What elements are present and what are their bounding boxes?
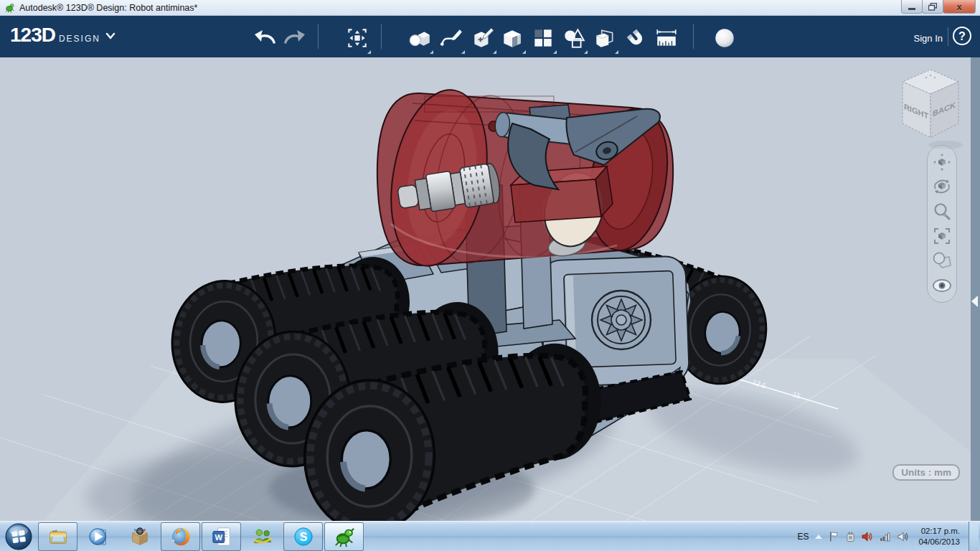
windows-start-icon (4, 522, 33, 551)
toolbar-separator (693, 24, 694, 49)
logo-design: DESIGN (59, 34, 100, 44)
transform-icon (345, 26, 369, 50)
chevron-down-icon (105, 32, 116, 40)
modify-tool[interactable] (496, 22, 528, 55)
pan-icon (933, 153, 951, 171)
taskbar-app-media-player[interactable] (79, 522, 118, 551)
fan-emblem (592, 291, 651, 349)
help-button[interactable]: ? (953, 27, 971, 45)
redo-button[interactable] (278, 22, 310, 55)
box-utility-icon (129, 526, 151, 547)
shading-icon (932, 251, 952, 270)
dropdown-caret (430, 50, 433, 54)
device-icon (845, 531, 856, 542)
primitives-tool[interactable] (404, 22, 435, 55)
ruler-icon (654, 26, 679, 50)
sign-in-button[interactable]: Sign In (914, 33, 943, 44)
magnet-icon (623, 26, 648, 50)
fit-icon (933, 227, 951, 245)
audio-manager-tray-icon[interactable] (862, 531, 874, 542)
main-toolbar: 123D DESIGN (0, 16, 980, 57)
network-bars-icon (880, 531, 892, 542)
toolbar-separator (318, 24, 319, 49)
tray-date: 04/06/2013 (918, 537, 960, 547)
taskbar-app-word[interactable]: W (202, 522, 241, 551)
restore-icon (928, 3, 937, 11)
undo-icon (253, 27, 278, 49)
word-letter: W (215, 533, 222, 542)
taskbar-app-123d-design[interactable] (324, 522, 364, 551)
undo-button[interactable] (250, 22, 281, 55)
red-speaker-icon (862, 531, 874, 542)
measure-tool[interactable] (651, 22, 682, 55)
volume-tray-icon[interactable] (897, 531, 910, 542)
primitives-icon (407, 26, 432, 50)
close-icon: x (956, 1, 961, 12)
messenger-icon (252, 526, 273, 547)
grouping-icon (562, 26, 586, 50)
shading-button[interactable] (931, 250, 953, 271)
show-desktop-button[interactable] (969, 522, 979, 551)
firefox-icon (170, 526, 192, 547)
grouping-tool[interactable] (558, 22, 590, 55)
chevron-up-icon (814, 533, 823, 540)
tray-time: 02:17 p.m. (921, 526, 960, 537)
modify-icon (500, 26, 524, 50)
visibility-button[interactable] (931, 275, 953, 296)
app-bug-icon (4, 2, 15, 13)
dropdown-caret (584, 50, 588, 54)
taskbar-app-messenger[interactable] (242, 522, 282, 551)
window-controls: x (902, 0, 976, 14)
toolbar-separator (381, 24, 382, 49)
orbit-icon (933, 177, 951, 196)
logo-123d: 123D (10, 24, 55, 47)
viewport[interactable]: 10 12.5 15 (0, 57, 980, 521)
expand-panel-arrow[interactable] (971, 296, 978, 307)
eye-icon (932, 278, 952, 293)
action-center-button[interactable] (829, 531, 839, 542)
hidden-icons-button[interactable] (814, 533, 823, 540)
123d-bug-icon (334, 526, 355, 547)
explorer-folder-icon (47, 526, 69, 547)
network-tray-icon[interactable] (880, 531, 892, 542)
skype-icon: S (293, 526, 314, 547)
taskbar-clock[interactable]: 02:17 p.m. 04/06/2013 (918, 526, 960, 547)
transform-tool[interactable] (341, 22, 373, 55)
dropdown-caret (553, 50, 557, 54)
app-menu-button[interactable]: 123D DESIGN (10, 24, 116, 47)
sketch-icon (439, 26, 463, 50)
window-titlebar: Autodesk® 123D® Design: Robot antiminas*… (0, 0, 980, 16)
combine-tool[interactable] (589, 22, 621, 55)
view-cube[interactable]: RIGHT BACK (894, 66, 969, 151)
pattern-tool[interactable] (527, 22, 559, 55)
construct-tool[interactable] (467, 22, 499, 55)
minimize-button[interactable] (901, 0, 923, 14)
orbit-button[interactable] (931, 176, 953, 197)
restore-button[interactable] (922, 0, 943, 14)
snap-tool[interactable] (620, 22, 651, 55)
collapsed-panel-strip (971, 57, 980, 521)
taskbar-app-box-utility[interactable] (120, 522, 159, 551)
combine-icon (593, 26, 617, 50)
fit-button[interactable] (931, 225, 953, 247)
dropdown-caret (461, 50, 465, 54)
zoom-icon (933, 202, 951, 221)
material-sphere-icon (712, 26, 737, 50)
device-tray-icon[interactable] (845, 531, 856, 542)
construct-icon (471, 26, 495, 50)
zoom-button[interactable] (931, 201, 953, 222)
language-indicator[interactable]: ES (797, 532, 809, 542)
taskbar-app-firefox[interactable] (161, 522, 200, 551)
system-tray: ES (797, 522, 980, 551)
close-button[interactable]: x (943, 0, 976, 14)
pan-button[interactable] (931, 151, 953, 173)
flag-icon (829, 531, 839, 542)
sketch-tool[interactable] (435, 22, 467, 55)
units-button[interactable]: Units : mm (892, 464, 960, 481)
taskbar-app-windows-explorer[interactable] (38, 522, 77, 551)
dropdown-caret (367, 50, 371, 54)
start-button[interactable] (0, 522, 37, 551)
word-icon: W (211, 526, 232, 547)
material-button[interactable] (709, 22, 740, 55)
taskbar-app-skype[interactable]: S (283, 522, 323, 551)
